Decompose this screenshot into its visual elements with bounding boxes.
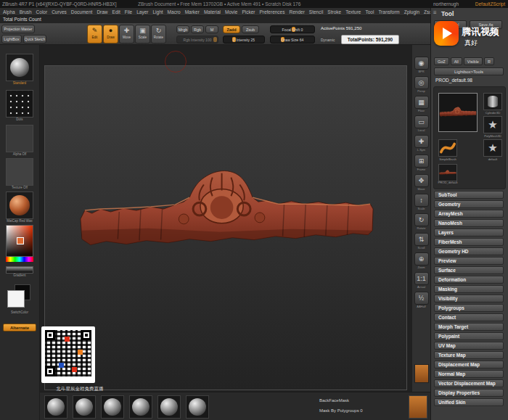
menu-item[interactable]: Light xyxy=(153,9,163,15)
shelf-icon-button[interactable]: ½ AAHalf xyxy=(414,292,429,308)
mode-button[interactable]: ✎ Edit xyxy=(87,25,102,44)
mode-button[interactable]: ● Draw xyxy=(103,25,118,44)
color-picker-field[interactable] xyxy=(6,225,33,257)
menu-item[interactable]: Zplugin xyxy=(404,9,419,15)
subpalette-button[interactable]: Contact xyxy=(434,313,504,321)
subpalette-button[interactable]: Deformation xyxy=(434,276,504,284)
focal-shift-slider[interactable]: Focal Shift 0 xyxy=(270,25,315,33)
menu-item[interactable]: Document xyxy=(71,9,93,15)
cylinder3d-thumb[interactable] xyxy=(483,93,502,110)
shelf-icon-button[interactable]: ⇅ Scroll xyxy=(414,233,429,250)
subpalette-button[interactable]: Display Properties xyxy=(434,389,504,397)
tool-action-button[interactable]: R xyxy=(484,57,494,65)
material-quickpick-thumb[interactable] xyxy=(414,364,429,383)
shelf-icon-button[interactable]: ◉ BPR xyxy=(414,57,429,73)
subpalette-button[interactable]: NanoMesh xyxy=(434,219,504,227)
active-tool-thumb[interactable] xyxy=(438,93,478,132)
lightbox-tools-button[interactable]: Lightbox>Tools xyxy=(434,67,504,75)
menu-item[interactable]: Transform xyxy=(378,9,399,15)
alternate-button[interactable]: Alternate xyxy=(3,324,36,332)
menu-item[interactable]: Draw xyxy=(97,9,107,15)
sculpt-model[interactable] xyxy=(76,168,377,259)
menu-item[interactable]: Color xyxy=(36,9,48,15)
user-link[interactable]: northernugh xyxy=(433,0,459,8)
mode-button[interactable]: ✚ Move xyxy=(119,25,134,44)
shelf-icon-button[interactable]: ▭ Local xyxy=(414,115,429,132)
simplebrush-thumb[interactable] xyxy=(438,139,457,157)
shelf-icon-button[interactable]: ✥ Move xyxy=(414,174,429,191)
shelf-icon-button[interactable]: ▦ Floor xyxy=(414,96,429,112)
shelf-icon-button[interactable]: ↕ Scale xyxy=(414,194,429,210)
subpalette-button[interactable]: SubTool xyxy=(434,191,504,199)
menu-item[interactable]: Texture xyxy=(345,9,361,15)
alpha-selector[interactable]: Alpha Off xyxy=(6,125,33,157)
zsub-button[interactable]: Zsub xyxy=(242,25,259,33)
zadd-button[interactable]: Zadd xyxy=(223,25,240,33)
texture-selector[interactable]: Texture Off xyxy=(6,158,33,190)
menu-item[interactable]: File xyxy=(125,9,132,15)
prod-default-thumb[interactable] xyxy=(438,164,457,181)
draw-size-slider[interactable]: Draw Size 64 xyxy=(270,36,315,44)
shelf-icon-button[interactable]: ✚ L.Sym xyxy=(414,135,429,152)
shelf-icon-button[interactable]: ◎ Persp xyxy=(414,76,429,93)
subpalette-button[interactable]: Texture Map xyxy=(434,351,504,359)
subpalette-button[interactable]: Masking xyxy=(434,285,504,293)
menu-item[interactable]: Marker xyxy=(185,9,200,15)
tool-action-button[interactable]: Visible xyxy=(464,57,483,65)
paint-mode-button[interactable]: Mrgb xyxy=(176,25,189,33)
quickpick-thumb[interactable] xyxy=(101,395,124,419)
subpalette-button[interactable]: Normal Map xyxy=(434,370,504,378)
menu-item[interactable]: Stencil xyxy=(309,9,324,15)
tool-action-button[interactable]: All xyxy=(451,57,462,65)
brush-selector[interactable]: Standard xyxy=(6,54,33,86)
subpalette-button[interactable]: Visibility xyxy=(434,295,504,302)
backface-mask-label[interactable]: BackFaceMask xyxy=(319,398,349,403)
menu-item[interactable]: Zscript xyxy=(424,9,430,15)
menu-item[interactable]: Macro xyxy=(168,9,181,15)
menu-item[interactable]: Material xyxy=(204,9,221,15)
menu-item[interactable]: Edit xyxy=(112,9,120,15)
color-picker[interactable] xyxy=(6,225,33,262)
subpalette-button[interactable]: Geometry HD xyxy=(434,247,504,255)
subpalette-button[interactable]: Layers xyxy=(434,228,504,236)
menu-item[interactable]: Curves xyxy=(52,9,67,15)
subpalette-button[interactable]: Unified Skin xyxy=(434,398,504,406)
subpalette-button[interactable]: ArrayMesh xyxy=(434,210,504,218)
document-canvas[interactable]: 北斗星辰全程免费直播 xyxy=(40,45,411,392)
mode-button[interactable]: ▣ Scale xyxy=(135,25,150,44)
default-thumb[interactable]: ★ xyxy=(483,139,502,157)
bottom-material-thumb[interactable] xyxy=(409,395,427,419)
menu-item[interactable]: Stroke xyxy=(327,9,341,15)
polymesh3d-thumb[interactable]: ★ xyxy=(483,116,502,133)
stroke-selector[interactable]: Dots xyxy=(6,90,33,122)
shelf-icon-button[interactable]: ↻ Rotate xyxy=(414,213,429,230)
projection-master-button[interactable]: Projection Master xyxy=(1,25,35,33)
subpalette-button[interactable]: Geometry xyxy=(434,200,504,208)
z-intensity-slider[interactable]: Z Intensity 25 xyxy=(223,36,265,44)
tool-action-button[interactable]: GoZ xyxy=(434,57,449,65)
quick-sketch-button[interactable]: Quick Sketch xyxy=(23,35,46,44)
menu-item[interactable]: Preferences xyxy=(259,9,284,15)
subpalette-button[interactable]: Morph Target xyxy=(434,323,504,331)
quickpick-thumb[interactable] xyxy=(157,395,181,419)
paint-mode-button[interactable]: M xyxy=(205,25,218,33)
subpalette-button[interactable]: Vector Displacement Map xyxy=(434,379,504,387)
subpalette-button[interactable]: Polypaint xyxy=(434,332,504,340)
subpalette-button[interactable]: Displacement Map xyxy=(434,361,504,368)
zscript-link[interactable]: DefaultZScript xyxy=(475,0,505,8)
subpalette-button[interactable]: Surface xyxy=(434,266,504,274)
subpalette-button[interactable]: Preview xyxy=(434,257,504,265)
lightbox-button[interactable]: LightBox xyxy=(1,35,22,44)
menu-item[interactable]: Picker xyxy=(242,9,255,15)
rgb-intensity-slider[interactable]: Rgb Intensity 100 xyxy=(176,36,218,44)
hue-strip[interactable] xyxy=(6,257,33,262)
menu-item[interactable]: Layer xyxy=(136,9,148,15)
subpalette-button[interactable]: UV Map xyxy=(434,342,504,350)
subpalette-button[interactable]: FiberMesh xyxy=(434,238,504,246)
shelf-icon-button[interactable]: ⊞ Frame xyxy=(414,155,429,171)
material-selector[interactable]: MatCap Red Wax xyxy=(6,192,33,223)
shelf-icon-button[interactable]: 1:1 Actual xyxy=(414,272,429,289)
shelf-icon-button[interactable]: ⊕ Zoom xyxy=(414,252,429,269)
quickpick-thumb[interactable] xyxy=(186,395,209,419)
menu-item[interactable]: Brush xyxy=(20,9,32,15)
